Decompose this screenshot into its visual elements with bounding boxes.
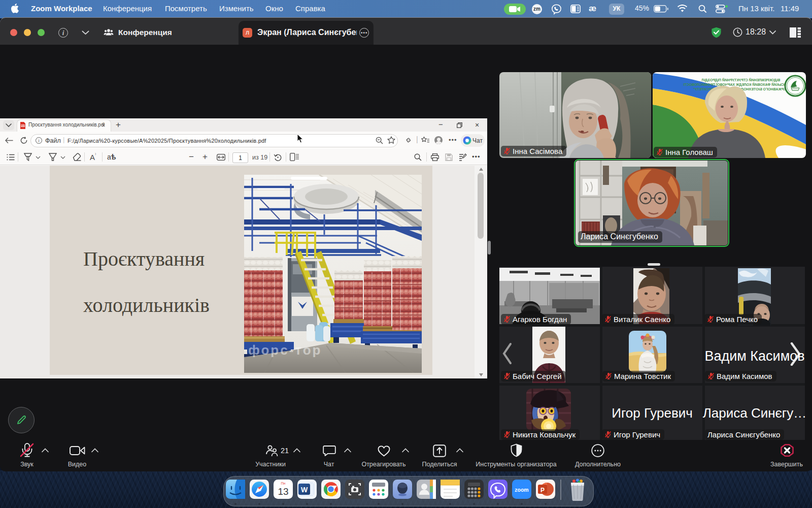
svg-text:форс-тор: форс-тор xyxy=(248,342,322,358)
svg-text:Пн: Пн xyxy=(281,482,286,485)
svg-text:P: P xyxy=(540,487,545,494)
svg-text:zoom: zoom xyxy=(515,487,528,493)
svg-text:W: W xyxy=(301,486,308,494)
svg-text:"ХАРКІВСЬКИЙ ФАХОВИЙ КОЛЕДЖ ХА: "ХАРКІВСЬКИЙ ФАХОВИЙ КОЛЕДЖ ХАРЧОВОЇ ПРО… xyxy=(684,82,799,87)
svg-text:13: 13 xyxy=(278,486,288,497)
svg-text:PDF: PDF xyxy=(21,125,25,127)
svg-text:ВІДОКРЕМЛЕНИЙ СТРУКТУРНИЙ ПІДР: ВІДОКРЕМЛЕНИЙ СТРУКТУРНИЙ ПІДРОЗДІЛ xyxy=(702,78,781,82)
